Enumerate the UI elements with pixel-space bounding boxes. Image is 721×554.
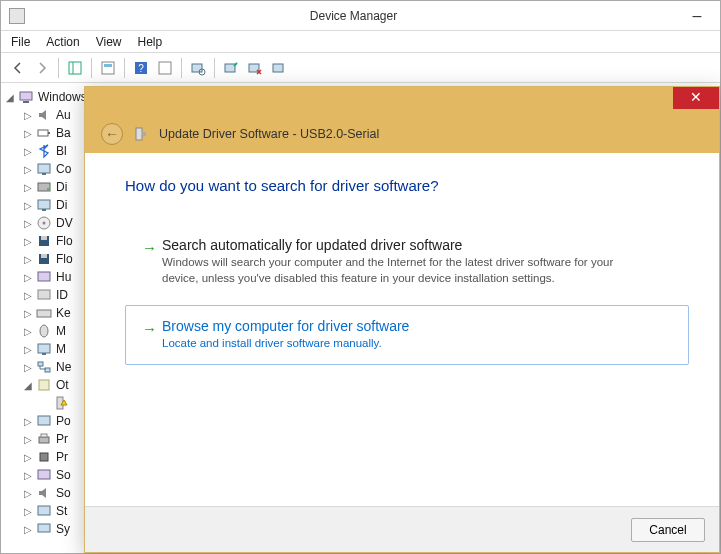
disk-icon (36, 179, 52, 195)
menu-view[interactable]: View (96, 35, 122, 49)
expand-icon[interactable]: ▷ (22, 218, 34, 229)
floppy-icon (36, 251, 52, 267)
svg-rect-41 (40, 453, 48, 461)
tree-node-label: Ba (56, 126, 71, 140)
svg-rect-20 (38, 200, 50, 209)
monitor-icon (36, 341, 52, 357)
svg-rect-36 (39, 380, 49, 390)
svg-rect-29 (38, 290, 50, 299)
expand-icon[interactable]: ▷ (22, 254, 34, 265)
system-icon (36, 521, 52, 537)
hid-icon (36, 269, 52, 285)
expand-icon[interactable]: ▷ (22, 344, 34, 355)
battery-icon (36, 125, 52, 141)
svg-rect-14 (38, 130, 48, 136)
option-browse-computer[interactable]: → Browse my computer for driver software… (125, 305, 689, 365)
menu-action[interactable]: Action (46, 35, 79, 49)
expand-icon[interactable]: ▷ (22, 164, 34, 175)
mouse-icon (36, 323, 52, 339)
scan-hardware-button[interactable] (187, 57, 209, 79)
option1-desc: Windows will search your computer and th… (162, 255, 632, 286)
properties-button[interactable] (97, 57, 119, 79)
network-icon (36, 359, 52, 375)
tree-node-label: DV (56, 216, 73, 230)
expand-icon[interactable]: ▷ (22, 146, 34, 157)
expand-icon[interactable]: ▷ (22, 416, 34, 427)
disc-icon (36, 215, 52, 231)
tree-node-label: Po (56, 414, 71, 428)
expand-icon[interactable]: ▷ (22, 236, 34, 247)
ide-icon (36, 287, 52, 303)
toolbar: ? (1, 53, 720, 83)
other-icon (36, 377, 52, 393)
svg-rect-6 (159, 62, 171, 74)
dialog-title: Update Driver Software - USB2.0-Serial (159, 127, 379, 141)
svg-rect-21 (42, 209, 46, 211)
expand-icon[interactable]: ▷ (22, 200, 34, 211)
tree-node-label: Au (56, 108, 71, 122)
forward-button[interactable] (31, 57, 53, 79)
expand-icon[interactable]: ▷ (22, 290, 34, 301)
storage-icon (36, 503, 52, 519)
help-button[interactable]: ? (130, 57, 152, 79)
expand-icon[interactable]: ▷ (22, 308, 34, 319)
tree-node-label: Pr (56, 450, 68, 464)
close-button[interactable]: ✕ (673, 87, 719, 109)
expand-icon[interactable]: ▷ (22, 272, 34, 283)
collapse-icon[interactable]: ◢ (4, 92, 16, 103)
update-driver-button[interactable] (220, 57, 242, 79)
show-hide-tree-button[interactable] (64, 57, 86, 79)
uninstall-button[interactable] (244, 57, 266, 79)
floppy-icon (36, 233, 52, 249)
expand-icon[interactable]: ▷ (22, 524, 34, 535)
tree-node-label: Di (56, 180, 67, 194)
tree-node-label: Hu (56, 270, 71, 284)
title-bar: Device Manager – (1, 1, 720, 31)
svg-rect-34 (38, 362, 43, 366)
dialog-title-bar: ✕ ← Update Driver Software - USB2.0-Seri… (85, 87, 719, 153)
svg-rect-16 (38, 164, 50, 173)
menu-help[interactable]: Help (138, 35, 163, 49)
expand-icon[interactable]: ▷ (22, 326, 34, 337)
expand-icon[interactable]: ▷ (22, 488, 34, 499)
action-button[interactable] (154, 57, 176, 79)
port-icon (36, 413, 52, 429)
processor-icon (36, 449, 52, 465)
window-sysicon (9, 8, 25, 24)
expand-icon[interactable]: ▷ (22, 452, 34, 463)
svg-rect-40 (41, 434, 47, 437)
back-button[interactable] (7, 57, 29, 79)
option-search-automatically[interactable]: → Search automatically for updated drive… (125, 224, 689, 299)
expand-icon[interactable]: ▷ (22, 506, 34, 517)
back-button[interactable]: ← (101, 123, 123, 145)
option2-title: Browse my computer for driver software (162, 318, 672, 334)
expand-icon[interactable]: ▷ (22, 362, 34, 373)
dialog-question: How do you want to search for driver sof… (125, 177, 689, 194)
arrow-icon: → (142, 320, 162, 337)
disable-button[interactable] (268, 57, 290, 79)
svg-rect-43 (38, 506, 50, 515)
tree-node-label: Co (56, 162, 71, 176)
expand-icon[interactable]: ▷ (22, 110, 34, 121)
svg-text:?: ? (138, 63, 144, 74)
warning-icon (54, 395, 70, 411)
speaker-icon (36, 107, 52, 123)
svg-rect-0 (69, 62, 81, 74)
tree-node-label: Ne (56, 360, 71, 374)
expand-icon[interactable]: ◢ (22, 380, 34, 391)
svg-rect-2 (102, 62, 114, 74)
svg-rect-42 (38, 470, 50, 479)
tree-node-label: Di (56, 198, 67, 212)
expand-icon[interactable]: ▷ (22, 182, 34, 193)
expand-icon[interactable]: ▷ (22, 128, 34, 139)
expand-icon[interactable]: ▷ (22, 470, 34, 481)
sd-icon (36, 467, 52, 483)
cancel-button[interactable]: Cancel (631, 518, 705, 542)
minimize-button[interactable]: – (682, 7, 712, 25)
tree-root-label: Windows (38, 90, 87, 104)
tree-node-label: Sy (56, 522, 70, 536)
tree-node-label: Ke (56, 306, 71, 320)
expand-icon[interactable]: ▷ (22, 434, 34, 445)
window-title: Device Manager (25, 9, 682, 23)
menu-file[interactable]: File (11, 35, 30, 49)
